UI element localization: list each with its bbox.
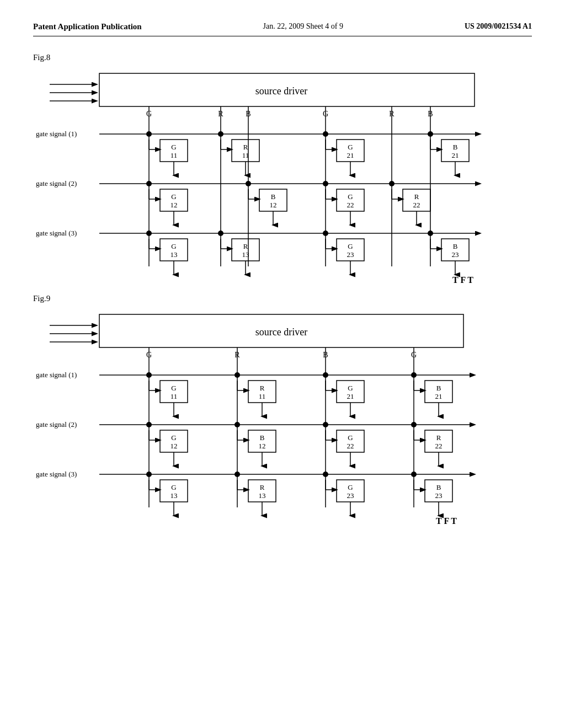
svg-text:23: 23 bbox=[347, 491, 354, 500]
svg-text:23: 23 bbox=[435, 491, 443, 500]
svg-text:B: B bbox=[271, 192, 276, 201]
svg-text:22: 22 bbox=[347, 201, 354, 209]
publication-title: Patent Application Publication bbox=[33, 22, 142, 31]
svg-text:G: G bbox=[348, 242, 353, 250]
svg-point-127 bbox=[146, 372, 152, 378]
svg-text:G: G bbox=[171, 384, 176, 392]
svg-text:23: 23 bbox=[452, 250, 459, 259]
svg-text:G: G bbox=[348, 483, 353, 491]
svg-text:22: 22 bbox=[413, 201, 420, 209]
svg-point-189 bbox=[234, 472, 240, 477]
publication-date-sheet: Jan. 22, 2009 Sheet 4 of 9 bbox=[263, 22, 343, 31]
svg-text:gate signal (2): gate signal (2) bbox=[36, 420, 77, 429]
svg-point-57 bbox=[246, 181, 251, 186]
svg-text:G: G bbox=[348, 433, 353, 442]
svg-text:gate signal (1): gate signal (1) bbox=[36, 371, 77, 379]
svg-text:12: 12 bbox=[259, 442, 266, 450]
fig8-diagram: source driver G R B G R B bbox=[33, 68, 530, 283]
svg-point-23 bbox=[146, 131, 152, 137]
svg-point-145 bbox=[411, 372, 417, 378]
svg-text:G: G bbox=[348, 143, 353, 151]
fig9-label: Fig.9 bbox=[33, 294, 532, 303]
svg-text:B: B bbox=[453, 242, 458, 250]
svg-text:12: 12 bbox=[270, 201, 277, 209]
svg-point-173 bbox=[411, 422, 417, 427]
fig8-label: Fig.8 bbox=[33, 53, 532, 62]
svg-text:G: G bbox=[171, 483, 176, 491]
svg-point-155 bbox=[146, 422, 152, 427]
page: Patent Application Publication Jan. 22, … bbox=[0, 0, 565, 728]
svg-text:R: R bbox=[260, 384, 265, 392]
svg-point-79 bbox=[146, 231, 152, 236]
svg-point-133 bbox=[234, 372, 240, 378]
svg-text:source driver: source driver bbox=[255, 85, 307, 97]
svg-text:G: G bbox=[171, 242, 176, 250]
svg-text:12: 12 bbox=[170, 442, 178, 450]
svg-text:21: 21 bbox=[452, 151, 459, 159]
page-header: Patent Application Publication Jan. 22, … bbox=[33, 22, 532, 36]
svg-point-41 bbox=[428, 131, 433, 137]
svg-text:13: 13 bbox=[170, 250, 178, 259]
svg-text:22: 22 bbox=[347, 442, 354, 450]
svg-text:gate signal (1): gate signal (1) bbox=[36, 130, 77, 138]
fig9-section: Fig.9 source driver G R B G bbox=[33, 294, 532, 524]
svg-point-69 bbox=[389, 181, 395, 186]
svg-text:T F T: T F T bbox=[452, 275, 473, 283]
svg-point-97 bbox=[428, 231, 433, 236]
svg-point-85 bbox=[218, 231, 223, 236]
svg-text:B: B bbox=[260, 433, 265, 442]
svg-point-63 bbox=[323, 181, 328, 186]
svg-text:R: R bbox=[243, 242, 248, 250]
svg-text:gate signal (2): gate signal (2) bbox=[36, 179, 77, 188]
svg-text:G: G bbox=[171, 192, 176, 201]
svg-point-201 bbox=[411, 472, 417, 477]
svg-text:13: 13 bbox=[259, 491, 266, 500]
svg-text:source driver: source driver bbox=[255, 326, 307, 338]
svg-text:B: B bbox=[453, 143, 458, 151]
svg-point-139 bbox=[323, 372, 328, 378]
svg-point-195 bbox=[323, 472, 328, 477]
svg-text:gate signal (3): gate signal (3) bbox=[36, 470, 77, 478]
svg-text:gate signal (3): gate signal (3) bbox=[36, 229, 77, 237]
svg-text:G: G bbox=[348, 384, 353, 392]
svg-point-29 bbox=[218, 131, 223, 137]
svg-text:G: G bbox=[348, 192, 353, 201]
svg-text:11: 11 bbox=[242, 151, 249, 159]
svg-text:R: R bbox=[414, 192, 419, 201]
svg-text:B: B bbox=[436, 384, 441, 392]
svg-point-167 bbox=[323, 422, 328, 427]
svg-text:11: 11 bbox=[259, 392, 266, 400]
svg-text:G: G bbox=[171, 143, 176, 151]
svg-point-161 bbox=[234, 422, 240, 427]
svg-text:21: 21 bbox=[347, 392, 354, 400]
svg-point-51 bbox=[146, 181, 152, 186]
svg-point-91 bbox=[323, 231, 328, 236]
svg-text:G: G bbox=[171, 433, 176, 442]
svg-text:21: 21 bbox=[435, 392, 443, 400]
svg-text:12: 12 bbox=[170, 201, 178, 209]
svg-text:R: R bbox=[260, 483, 265, 491]
publication-number: US 2009/0021534 A1 bbox=[465, 22, 532, 31]
svg-text:23: 23 bbox=[347, 250, 354, 259]
fig9-diagram: source driver G R B G gate signal (1) ga… bbox=[33, 309, 530, 524]
svg-point-35 bbox=[323, 131, 328, 137]
svg-text:22: 22 bbox=[435, 442, 443, 450]
svg-text:B: B bbox=[436, 483, 441, 491]
svg-text:13: 13 bbox=[170, 491, 178, 500]
svg-text:T F T: T F T bbox=[436, 516, 457, 524]
svg-text:21: 21 bbox=[347, 151, 354, 159]
svg-point-183 bbox=[146, 472, 152, 477]
svg-text:R: R bbox=[436, 433, 441, 442]
svg-text:13: 13 bbox=[242, 250, 249, 259]
svg-text:11: 11 bbox=[170, 392, 178, 400]
svg-text:11: 11 bbox=[170, 151, 178, 159]
fig8-section: Fig.8 source driver G R B G R B bbox=[33, 53, 532, 283]
svg-text:R: R bbox=[243, 143, 248, 151]
